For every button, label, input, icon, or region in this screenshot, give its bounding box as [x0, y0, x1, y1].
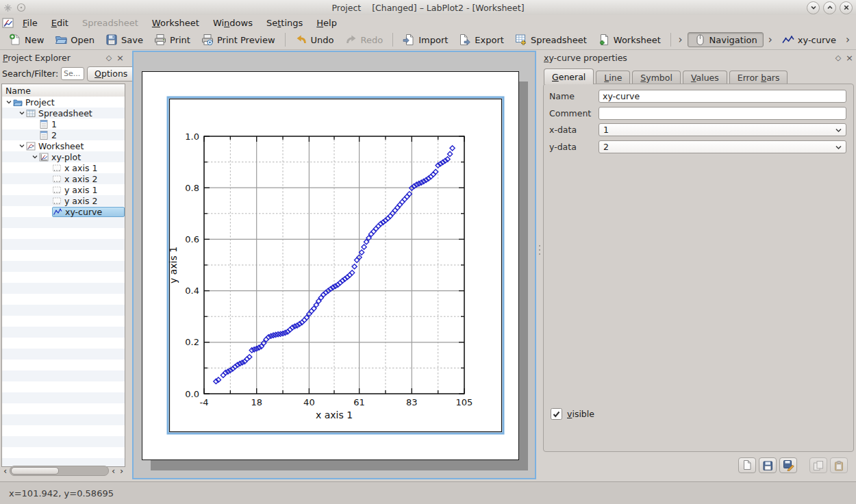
- project-explorer-header[interactable]: Project Explorer ◇ ×: [0, 51, 127, 65]
- tree-column-header-name[interactable]: Name: [2, 84, 125, 97]
- statusbar: x=101.942, y=0.58695: [0, 481, 856, 504]
- y-data-select[interactable]: 2: [599, 140, 846, 153]
- tab-symbol[interactable]: Symbol: [632, 71, 681, 84]
- svg-text:40: 40: [303, 397, 315, 407]
- labplot-logo-icon: [2, 18, 14, 28]
- visible-checkbox[interactable]: [551, 408, 562, 420]
- comment-field[interactable]: [599, 107, 846, 120]
- menu-help[interactable]: Help: [310, 16, 343, 29]
- tree-item-worksheet[interactable]: Worksheet: [2, 140, 125, 151]
- tab-general[interactable]: General: [544, 68, 594, 84]
- tree-item-xy-curve[interactable]: xy-curve: [2, 206, 125, 217]
- new-document-icon: [9, 34, 21, 46]
- svg-text:0.8: 0.8: [185, 183, 199, 193]
- tree-item-project[interactable]: Project: [2, 97, 125, 108]
- import-icon: [403, 34, 415, 46]
- worksheet-page[interactable]: x axis 1 y axis 1 -4184061831050.00.20.4…: [142, 71, 519, 460]
- minimize-button[interactable]: [807, 1, 820, 14]
- menu-worksheet[interactable]: Worksheet: [146, 16, 205, 29]
- load-template-button[interactable]: [738, 457, 756, 473]
- window-title: Project [Changed] – LabPlot2 - [Workshee…: [0, 3, 856, 13]
- expander-icon[interactable]: [18, 142, 26, 149]
- paste-icon: [833, 460, 844, 471]
- expander-icon[interactable]: [31, 153, 39, 160]
- undo-button[interactable]: Undo: [290, 32, 339, 47]
- tree-item-y-axis-1[interactable]: y axis 1: [2, 184, 125, 195]
- expander-icon[interactable]: [18, 110, 26, 116]
- new-button[interactable]: New: [4, 32, 49, 47]
- properties-tabs: General Line Symbol Values Error bars: [544, 69, 852, 84]
- name-label: Name: [549, 91, 599, 101]
- tree-item-spreadsheet[interactable]: Spreadsheet: [2, 108, 125, 118]
- expander-icon[interactable]: [5, 99, 13, 105]
- import-button[interactable]: Import: [398, 32, 453, 47]
- svg-text:0.6: 0.6: [185, 234, 199, 244]
- close-dock-icon[interactable]: ×: [116, 53, 124, 63]
- x-data-select[interactable]: 1: [599, 123, 846, 136]
- pin-icon[interactable]: [3, 3, 13, 13]
- explorer-horizontal-scrollbar[interactable]: ‹ ‹ ›: [1, 466, 125, 476]
- maximize-button[interactable]: [823, 1, 836, 14]
- open-folder-icon: [55, 34, 67, 46]
- close-button[interactable]: [840, 1, 853, 14]
- y-axis-title: y axis 1: [168, 247, 179, 284]
- svg-text:0.0: 0.0: [185, 389, 199, 399]
- search-filter-input[interactable]: [61, 67, 84, 80]
- save-template-button[interactable]: [759, 457, 777, 473]
- tree-item-x-axis-2[interactable]: x axis 2: [2, 173, 125, 184]
- menu-windows[interactable]: Windows: [207, 16, 259, 29]
- menu-file[interactable]: File: [16, 16, 44, 29]
- toolbar-extension-chevron[interactable]: ›: [766, 33, 775, 47]
- axis-icon: [52, 186, 62, 194]
- properties-header[interactable]: xy-curve properties ◇ ×: [541, 51, 856, 65]
- xy-curve-toolbar-button[interactable]: xy-curve: [777, 33, 841, 47]
- scrollbar-track[interactable]: [10, 466, 109, 476]
- scroll-left-icon[interactable]: ‹: [110, 466, 117, 475]
- mouse-icon: [694, 34, 706, 46]
- options-button[interactable]: Options: [87, 66, 135, 81]
- spreadsheet-icon: [26, 109, 36, 118]
- tree-item-y-axis-2[interactable]: y axis 2: [2, 195, 125, 206]
- visible-label: visible: [567, 409, 594, 419]
- export-button[interactable]: Export: [454, 32, 509, 47]
- float-dock-icon[interactable]: ◇: [835, 53, 841, 62]
- scrollbar-thumb[interactable]: [11, 467, 59, 475]
- system-menu-button[interactable]: [16, 3, 26, 13]
- scroll-right-icon[interactable]: ›: [118, 466, 125, 475]
- print-button[interactable]: Print: [149, 32, 195, 47]
- worksheet-view[interactable]: x axis 1 y axis 1 -4184061831050.00.20.4…: [132, 51, 536, 479]
- toolbar-extension-chevron[interactable]: ›: [844, 33, 852, 47]
- curve-icon: [53, 207, 62, 216]
- close-dock-icon[interactable]: ×: [846, 53, 853, 63]
- copy-properties-button[interactable]: [809, 457, 827, 473]
- tree-item-x-axis-1[interactable]: x axis 1: [2, 162, 125, 173]
- tree-item-column-1[interactable]: 1: [2, 118, 125, 129]
- tree-item-xy-plot[interactable]: xy-plot: [2, 151, 125, 162]
- name-field[interactable]: [599, 90, 846, 103]
- menu-edit[interactable]: Edit: [45, 16, 75, 29]
- toolbar-separator: [392, 33, 393, 47]
- tab-values[interactable]: Values: [683, 71, 727, 84]
- save-as-default-button[interactable]: [779, 457, 797, 473]
- print-preview-button[interactable]: Print Preview: [197, 32, 280, 47]
- open-button[interactable]: Open: [50, 32, 99, 47]
- tab-error-bars[interactable]: Error bars: [729, 71, 788, 84]
- svg-text:18: 18: [251, 397, 262, 407]
- toolbar-extension-chevron[interactable]: ›: [677, 33, 685, 47]
- tree-item-column-2[interactable]: 2: [2, 129, 125, 140]
- navigation-mode-button[interactable]: Navigation: [688, 32, 764, 47]
- menu-spreadsheet[interactable]: Spreadsheet: [76, 16, 144, 29]
- floppy-edit-icon: [783, 459, 794, 471]
- add-worksheet-button[interactable]: Worksheet: [593, 32, 666, 47]
- add-spreadsheet-button[interactable]: Spreadsheet: [510, 32, 592, 47]
- tab-line[interactable]: Line: [596, 71, 630, 84]
- float-dock-icon[interactable]: ◇: [106, 53, 112, 62]
- project-explorer-title: Project Explorer: [3, 53, 71, 63]
- toolbar-separator: [285, 33, 286, 47]
- scroll-left-icon[interactable]: ‹: [1, 466, 9, 475]
- redo-button[interactable]: Redo: [340, 32, 388, 47]
- save-button[interactable]: Save: [101, 32, 148, 47]
- y-data-label: y-data: [549, 142, 599, 152]
- paste-properties-button[interactable]: [830, 457, 848, 473]
- menu-settings[interactable]: Settings: [260, 16, 309, 29]
